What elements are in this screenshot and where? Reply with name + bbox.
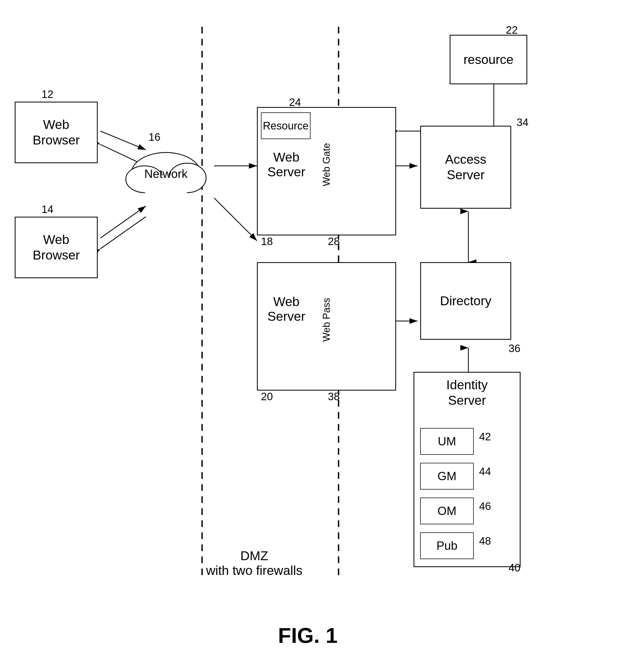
ref-18: 18 <box>261 235 273 248</box>
web-browser-1-box: Web Browser <box>15 102 98 163</box>
dmz-label: DMZ with two firewalls <box>187 548 321 578</box>
network-cloud: Network <box>123 137 209 211</box>
svg-line-13 <box>100 217 146 249</box>
om-box: OM <box>420 498 474 524</box>
ref-12: 12 <box>41 88 54 100</box>
ref-28: 28 <box>328 235 340 248</box>
access-server-box: Access Server <box>420 126 511 209</box>
identity-server-label: Identity Server <box>419 377 515 408</box>
ref-34: 34 <box>517 116 529 128</box>
ref-44: 44 <box>479 465 491 477</box>
resource-inner-box: Resource <box>261 112 311 139</box>
diagram: 22 resource 12 Web Browser 14 Web Browse… <box>0 0 641 672</box>
ref-40: 40 <box>508 562 521 574</box>
gm-box: GM <box>420 463 474 490</box>
ref-42: 42 <box>479 431 491 443</box>
ref-48: 48 <box>479 535 491 547</box>
web-browser-2-box: Web Browser <box>15 217 98 278</box>
ref-22: 22 <box>506 24 518 36</box>
ref-14: 14 <box>41 203 54 215</box>
fig-label: FIG. 1 <box>241 623 375 648</box>
resource-top-box: resource <box>450 35 527 84</box>
web-server-bottom-label: Web Server <box>262 294 311 324</box>
directory-box: Directory <box>420 262 511 340</box>
ref-20: 20 <box>261 391 273 403</box>
pub-box: Pub <box>420 532 474 559</box>
web-server-top-label: Web Server <box>262 150 311 179</box>
ref-36: 36 <box>508 342 521 354</box>
ref-46: 46 <box>479 500 491 512</box>
web-pass-label: Web Pass <box>317 270 336 369</box>
svg-line-15 <box>214 198 257 241</box>
um-box: UM <box>420 428 474 455</box>
ref-24: 24 <box>289 96 301 108</box>
web-gate-label: Web Gate <box>317 115 336 214</box>
ref-38: 38 <box>328 391 340 403</box>
svg-text:Network: Network <box>144 167 188 180</box>
